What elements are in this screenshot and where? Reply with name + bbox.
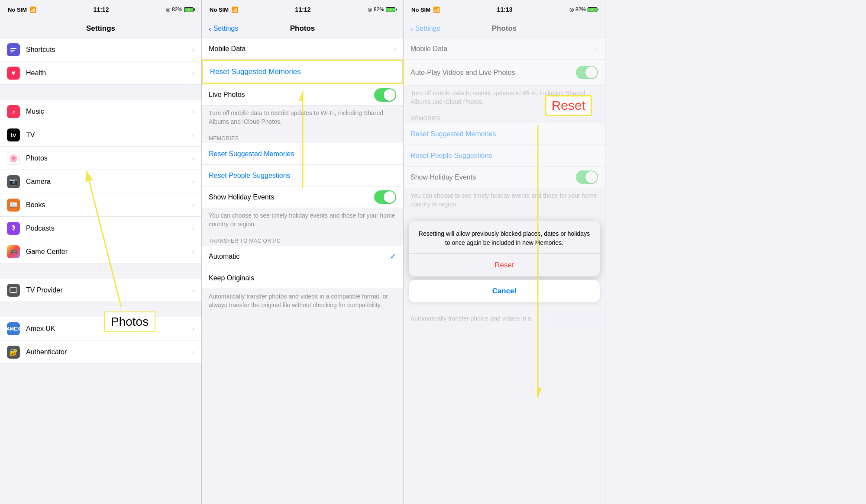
settings-item-health[interactable]: ♥ Health ›	[0, 61, 201, 85]
battery-percent-2: 82%	[374, 6, 384, 13]
game-center-icon: 🎮	[7, 245, 20, 258]
panel-photos-reset: No SIM 📶 11:13 ◎ 82% ⚡ ‹ Settings Photos	[404, 0, 866, 504]
settings-item-shortcuts[interactable]: Shortcuts ›	[0, 38, 201, 61]
photos-label: Photos	[26, 154, 186, 162]
photos-panel: No SIM 📶 11:12 ◎ 82% ⚡ ‹ Settings Photos	[202, 0, 404, 504]
podcasts-emoji-icon: 🎙	[10, 225, 17, 232]
amex-text-icon: AMEX	[6, 326, 20, 331]
svg-rect-0	[10, 48, 16, 49]
amex-chevron: ›	[192, 325, 194, 333]
game-center-emoji-icon: 🎮	[10, 248, 17, 255]
status-right-3: ◎ 82% ⚡	[569, 6, 597, 13]
battery-percent-1: 82%	[172, 6, 182, 13]
reset-memories-row[interactable]: Reset Suggested Memories	[203, 61, 402, 83]
holiday-events-description: You can choose to see timely holiday eve…	[202, 208, 403, 234]
reset-people-row[interactable]: Reset People Suggestions	[202, 165, 403, 186]
nav-bar-3: ‹ Settings Photos	[404, 19, 605, 38]
photos-reset-panel: No SIM 📶 11:13 ◎ 82% ⚡ ‹ Settings Photos	[404, 0, 605, 504]
podcasts-label: Podcasts	[26, 225, 186, 232]
mobile-data-label-3: Mobile Data	[410, 45, 590, 53]
nav-back-3[interactable]: ‹ Settings	[410, 24, 440, 33]
status-left-3: No SIM 📶	[411, 6, 440, 13]
mobile-data-description: Turn off mobile data to restrict updates…	[202, 106, 403, 131]
reset-suggested-memories-row[interactable]: Reset Suggested Memories	[202, 143, 403, 165]
reset-suggested-row-3: Reset Suggested Memories	[404, 123, 605, 145]
reset-suggested-label-3: Reset Suggested Memories	[410, 130, 598, 138]
svg-rect-4	[12, 292, 15, 293]
health-chevron: ›	[192, 69, 194, 77]
panel-photos-settings: No SIM 📶 11:12 ◎ 82% ⚡ ‹ Settings Photos	[202, 0, 404, 504]
settings-item-books[interactable]: 📖 Books ›	[0, 193, 201, 217]
nav-back-2[interactable]: ‹ Settings	[209, 24, 238, 33]
health-icon: ♥	[7, 67, 20, 80]
bolt-icon-3: ⚡	[590, 8, 595, 12]
live-photos-label: Live Photos	[209, 91, 369, 99]
photos-settings-list[interactable]: Mobile Data › Reset Suggested Memories L…	[202, 38, 403, 504]
automatic-row[interactable]: Automatic ✓	[202, 246, 403, 267]
memories-section-3: Reset Suggested Memories Reset People Su…	[404, 123, 605, 188]
settings-item-authenticator[interactable]: 🔐 Authenticator ›	[0, 340, 201, 364]
camera-emoji-icon: 📷	[9, 177, 18, 186]
no-sim-label-2: No SIM	[210, 6, 229, 13]
tv-provider-chevron: ›	[192, 286, 194, 294]
reset-button[interactable]: Reset	[409, 254, 600, 276]
cancel-button[interactable]: Cancel	[409, 280, 600, 302]
below-alert-text: Automatically transfer photos and videos…	[404, 311, 605, 328]
status-bar-1: No SIM 📶 11:12 ◎ 82% ⚡	[0, 0, 201, 19]
holiday-toggle-3	[576, 170, 598, 184]
settings-item-camera[interactable]: 📷 Camera ›	[0, 170, 201, 193]
wifi-icon: 📶	[29, 6, 36, 13]
holiday-events-toggle[interactable]	[374, 190, 396, 204]
alert-region: Resetting will allow previously blocked …	[404, 221, 605, 302]
keep-originals-row[interactable]: Keep Originals	[202, 267, 403, 289]
mobile-data-row[interactable]: Mobile Data ›	[202, 38, 403, 60]
settings-item-tv-provider[interactable]: TV Provider ›	[0, 279, 201, 302]
alert-text: Resetting will allow previously blocked …	[416, 229, 593, 247]
wifi-icon-3: 📶	[433, 6, 440, 13]
svg-rect-1	[10, 50, 15, 51]
transfer-description: Automatically transfer photos and videos…	[202, 289, 403, 315]
settings-panel: No SIM 📶 11:12 ◎ 82% ⚡ Settings Shortcut…	[0, 0, 202, 504]
music-note-icon: ♪	[12, 108, 15, 116]
back-chevron-icon-3: ‹	[410, 24, 414, 33]
mobile-data-label: Mobile Data	[209, 45, 388, 53]
live-photos-section: Live Photos	[202, 84, 403, 106]
settings-item-music[interactable]: ♪ Music ›	[0, 100, 201, 123]
cancel-box: Cancel	[409, 280, 600, 302]
settings-item-tv[interactable]: tv TV ›	[0, 123, 201, 147]
settings-list[interactable]: Shortcuts › ♥ Health › ♪ Music ›	[0, 38, 201, 504]
location-icon: ◎	[166, 6, 170, 13]
tv-label: TV	[26, 131, 186, 139]
no-sim-label: No SIM	[8, 6, 27, 13]
battery-icon-3: ⚡	[588, 7, 597, 12]
mobile-data-section: Mobile Data ›	[202, 38, 403, 60]
status-bar-3: No SIM 📶 11:13 ◎ 82% ⚡	[404, 0, 605, 19]
shortcuts-label: Shortcuts	[26, 46, 186, 54]
health-label: Health	[26, 69, 186, 77]
location-icon-2: ◎	[368, 6, 372, 13]
holiday-label-3: Show Holiday Events	[410, 173, 571, 181]
live-photos-row[interactable]: Live Photos	[202, 84, 403, 106]
automatic-label: Automatic	[209, 253, 385, 260]
battery-icon-1: ⚡	[184, 7, 194, 12]
settings-item-amex[interactable]: AMEX Amex UK ›	[0, 317, 201, 340]
live-photos-toggle[interactable]	[374, 88, 396, 102]
books-label: Books	[26, 201, 186, 209]
toggle-thumb-live	[384, 89, 395, 101]
camera-chevron: ›	[192, 178, 194, 186]
time-1: 11:12	[94, 6, 109, 13]
holiday-events-row[interactable]: Show Holiday Events	[202, 186, 403, 208]
time-2: 11:12	[295, 6, 311, 13]
settings-item-podcasts[interactable]: 🎙 Podcasts ›	[0, 217, 201, 240]
settings-item-game-center[interactable]: 🎮 Game Center ›	[0, 240, 201, 263]
music-label: Music	[26, 108, 186, 116]
books-chevron: ›	[192, 201, 194, 209]
alert-box: Resetting will allow previously blocked …	[409, 221, 600, 276]
reset-suggested-memories-label: Reset Suggested Memories	[209, 150, 396, 158]
nav-title-2: Photos	[290, 24, 315, 33]
settings-item-photos[interactable]: 🌸 Photos ›	[0, 147, 201, 170]
toggle-thumb-autoplay	[585, 67, 597, 78]
autoplay-toggle	[576, 66, 598, 79]
tv-provider-icon	[7, 284, 20, 297]
reset-memories-highlight: Reset Suggested Memories	[202, 60, 403, 84]
